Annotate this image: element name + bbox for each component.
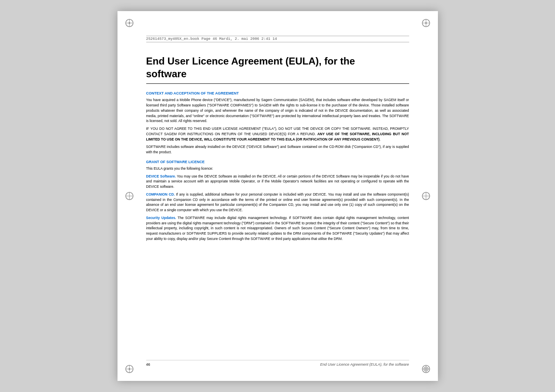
section-heading-context: CONTEXT AND ACCEPTATION OF THE AGREEMENT — [146, 91, 409, 95]
footer-page-number: 46 — [146, 362, 150, 367]
title-line2: software — [146, 68, 187, 79]
reg-mark-mid-right — [421, 191, 431, 201]
reg-mark-top-right — [421, 18, 431, 28]
file-info-text: 252614573_my405X_en.book Page 46 Mardi, … — [146, 37, 277, 41]
svg-point-11 — [129, 368, 130, 370]
security-updates-text: The SOFTWARE may include digital rights … — [146, 216, 409, 241]
title-divider — [146, 83, 409, 84]
svg-point-3 — [129, 22, 130, 24]
security-updates-label: Security Updates. — [146, 216, 176, 220]
subsection-security-updates: Security Updates. The SOFTWARE may inclu… — [146, 215, 409, 242]
subsection-device-software: DEVICE Software. You may use the DEVICE … — [146, 174, 409, 189]
svg-point-7 — [425, 22, 427, 24]
subsection-companion-cd: COMPANION CD. If any is supplied, additi… — [146, 192, 409, 213]
context-para-1: You have acquired a Mobile Phone device … — [146, 97, 409, 124]
reg-mark-bottom-left — [125, 364, 134, 374]
document-title: End User Licence Agreement (EULA), for t… — [146, 55, 409, 80]
page-footer: 46 End User Licence Agreement (EULA), fo… — [146, 360, 409, 367]
section-heading-grant: GRANT OF SOFTWARE LICENCE — [146, 160, 409, 164]
reg-mark-top-left — [125, 18, 134, 28]
file-info-bar: 252614573_my405X_en.book Page 46 Mardi, … — [146, 36, 409, 42]
companion-cd-text: If any is supplied, additional software … — [146, 192, 409, 212]
device-software-label: DEVICE Software. — [146, 174, 176, 178]
context-para-2: IF YOU DO NOT AGREE TO THIS END USER LIC… — [146, 126, 409, 142]
device-software-text: You may use the DEVICE Software as insta… — [146, 174, 409, 189]
page: 252614573_my405X_en.book Page 46 Mardi, … — [117, 11, 438, 381]
svg-point-16 — [425, 368, 427, 370]
context-para-3: SOFTWARE includes software already insta… — [146, 144, 409, 155]
companion-cd-label: COMPANION CD. — [146, 192, 175, 196]
title-line1: End User Licence Agreement (EULA), for t… — [146, 55, 355, 67]
reg-mark-mid-left — [125, 191, 134, 201]
grant-intro: This EULA grants you the following licen… — [146, 166, 409, 171]
reg-mark-bottom-right — [421, 364, 431, 374]
footer-title: End User Licence Agreement (EULA), for t… — [320, 362, 409, 367]
